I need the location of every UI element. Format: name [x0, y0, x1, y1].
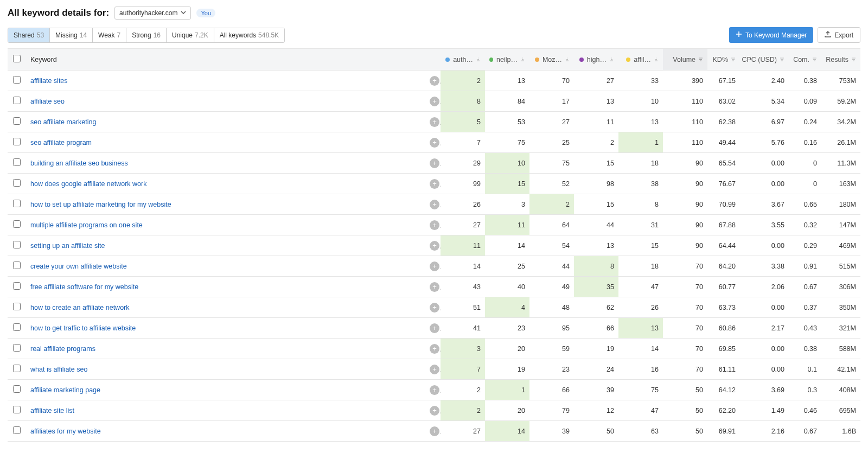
add-keyword-button[interactable]: +	[430, 200, 439, 209]
row-checkbox-cell[interactable]	[8, 112, 26, 132]
keyword-link[interactable]: multiple affiliate programs on one site	[30, 221, 143, 229]
keyword-link[interactable]: affiliate seo	[30, 98, 65, 105]
keyword-link[interactable]: free affiliate software for my website	[30, 283, 138, 291]
keyword-link[interactable]: affiliate sites	[30, 77, 68, 85]
tab-weak[interactable]: Weak 7	[93, 28, 126, 42]
row-checkbox-cell[interactable]	[8, 91, 26, 112]
tab-label: Missing	[55, 31, 78, 39]
row-checkbox-cell[interactable]	[8, 277, 26, 297]
keyword-link[interactable]: what is affiliate seo	[30, 366, 87, 373]
row-checkbox-cell[interactable]	[8, 235, 26, 256]
row-checkbox[interactable]	[13, 179, 21, 187]
select-all-header[interactable]	[8, 49, 26, 71]
row-checkbox[interactable]	[13, 241, 21, 248]
row-checkbox[interactable]	[13, 261, 21, 269]
row-checkbox[interactable]	[13, 282, 21, 290]
add-keyword-button[interactable]: +	[430, 426, 439, 436]
row-checkbox[interactable]	[13, 76, 21, 84]
add-keyword-button[interactable]: +	[430, 158, 439, 168]
tab-strong[interactable]: Strong 16	[126, 28, 167, 42]
row-checkbox-cell[interactable]	[8, 194, 26, 215]
add-keyword-button[interactable]: +	[430, 323, 439, 333]
tab-missing[interactable]: Missing 14	[50, 28, 93, 42]
row-checkbox-cell[interactable]	[8, 215, 26, 235]
add-keyword-button[interactable]: +	[430, 385, 439, 395]
row-checkbox[interactable]	[13, 117, 21, 125]
position-cell: 35	[574, 277, 618, 297]
row-checkbox-cell[interactable]	[8, 380, 26, 400]
add-keyword-button[interactable]: +	[430, 97, 439, 106]
row-checkbox[interactable]	[13, 158, 21, 166]
row-checkbox[interactable]	[13, 323, 21, 331]
row-checkbox[interactable]	[13, 138, 21, 145]
competitor-header-0[interactable]: auth…	[441, 49, 485, 71]
tab-all-keywords[interactable]: All keywords 548.5K	[214, 28, 284, 42]
keyword-link[interactable]: how to set up affiliate marketing for my…	[30, 201, 171, 208]
add-keyword-button[interactable]: +	[430, 117, 439, 127]
competitor-header-4[interactable]: affil…	[618, 49, 663, 71]
to-keyword-manager-button[interactable]: To Keyword Manager	[729, 27, 813, 43]
row-checkbox-cell[interactable]	[8, 359, 26, 380]
add-keyword-button[interactable]: +	[430, 261, 439, 271]
keyword-link[interactable]: affiliate marketing page	[30, 386, 100, 394]
add-keyword-button[interactable]: +	[430, 282, 439, 292]
keyword-link[interactable]: affiliates for my website	[30, 428, 101, 435]
keyword-link[interactable]: create your own affiliate website	[30, 263, 127, 270]
row-checkbox-cell[interactable]	[8, 318, 26, 339]
keyword-link[interactable]: how to create an affiliate network	[30, 304, 130, 311]
row-checkbox-cell[interactable]	[8, 153, 26, 174]
add-keyword-button[interactable]: +	[430, 303, 439, 312]
position-cell: 38	[618, 174, 663, 194]
row-checkbox[interactable]	[13, 385, 21, 393]
keyword-link[interactable]: real affiliate programs	[30, 345, 95, 353]
domain-selector[interactable]: authorityhacker.com	[114, 7, 191, 20]
add-keyword-button[interactable]: +	[430, 365, 439, 374]
competitor-header-3[interactable]: high…	[574, 49, 618, 71]
row-checkbox[interactable]	[13, 406, 21, 413]
row-checkbox-cell[interactable]	[8, 132, 26, 153]
com-header[interactable]: Com.	[789, 49, 821, 71]
add-keyword-button[interactable]: +	[430, 138, 439, 148]
cpc-header[interactable]: CPC (USD)	[740, 49, 789, 71]
row-checkbox-cell[interactable]	[8, 297, 26, 318]
row-checkbox[interactable]	[13, 220, 21, 228]
keyword-link[interactable]: how does google affiliate network work	[30, 180, 146, 188]
add-keyword-button[interactable]: +	[430, 406, 439, 416]
keyword-link[interactable]: how to get traffic to affiliate website	[30, 324, 136, 332]
tab-unique[interactable]: Unique 7.2K	[167, 28, 214, 42]
keyword-link[interactable]: setting up an affiliate site	[30, 242, 105, 250]
keyword-link[interactable]: seo affiliate marketing	[30, 118, 96, 126]
keyword-link[interactable]: building an affiliate seo business	[30, 160, 128, 167]
row-checkbox-cell[interactable]	[8, 339, 26, 359]
row-checkbox-cell[interactable]	[8, 174, 26, 194]
kd-header-label: KD%	[713, 56, 728, 63]
row-checkbox[interactable]	[13, 426, 21, 434]
row-checkbox[interactable]	[13, 365, 21, 372]
row-checkbox[interactable]	[13, 303, 21, 310]
select-all-checkbox[interactable]	[13, 55, 21, 62]
add-keyword-button[interactable]: +	[430, 76, 439, 86]
keyword-link[interactable]: affiliate site list	[30, 407, 74, 414]
export-button[interactable]: Export	[818, 27, 860, 43]
row-checkbox[interactable]	[13, 344, 21, 352]
row-checkbox[interactable]	[13, 97, 21, 104]
keyword-header[interactable]: Keyword	[26, 49, 425, 71]
tab-shared[interactable]: Shared 53	[8, 28, 50, 42]
row-checkbox[interactable]	[13, 200, 21, 207]
row-checkbox-cell[interactable]	[8, 400, 26, 421]
add-keyword-button[interactable]: +	[430, 344, 439, 354]
keyword-cell: how to set up affiliate marketing for my…	[26, 194, 425, 215]
competitor-header-2[interactable]: Moz…	[529, 49, 574, 71]
add-cell: +	[425, 318, 441, 339]
results-header[interactable]: Results	[821, 49, 860, 71]
add-keyword-button[interactable]: +	[430, 179, 439, 189]
add-keyword-button[interactable]: +	[430, 220, 439, 230]
keyword-link[interactable]: seo affiliate program	[30, 139, 92, 146]
add-keyword-button[interactable]: +	[430, 241, 439, 251]
row-checkbox-cell[interactable]	[8, 71, 26, 91]
competitor-header-1[interactable]: neilp…	[485, 49, 529, 71]
kd-header[interactable]: KD%	[707, 49, 740, 71]
row-checkbox-cell[interactable]	[8, 256, 26, 277]
volume-header[interactable]: Volume	[663, 49, 707, 71]
row-checkbox-cell[interactable]	[8, 421, 26, 442]
